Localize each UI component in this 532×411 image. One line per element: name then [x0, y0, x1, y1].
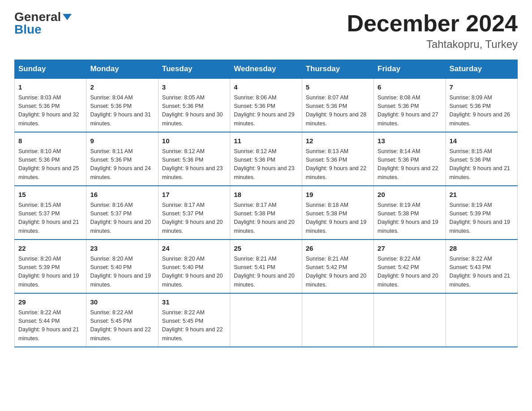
calendar-day-cell: 3Sunrise: 8:05 AMSunset: 5:36 PMDaylight… — [158, 78, 230, 132]
calendar-day-cell: 12Sunrise: 8:13 AMSunset: 5:36 PMDayligh… — [302, 132, 373, 186]
day-info: Sunrise: 8:12 AMSunset: 5:36 PMDaylight:… — [162, 147, 226, 182]
col-thursday: Thursday — [302, 60, 373, 79]
calendar-table: Sunday Monday Tuesday Wednesday Thursday… — [14, 60, 518, 347]
day-info: Sunrise: 8:07 AMSunset: 5:36 PMDaylight:… — [306, 94, 370, 128]
day-number: 19 — [306, 190, 370, 200]
calendar-header-row: Sunday Monday Tuesday Wednesday Thursday… — [15, 60, 518, 79]
day-info: Sunrise: 8:15 AMSunset: 5:37 PMDaylight:… — [18, 201, 82, 236]
col-saturday: Saturday — [446, 60, 517, 79]
day-info: Sunrise: 8:22 AMSunset: 5:45 PMDaylight:… — [90, 308, 154, 343]
col-tuesday: Tuesday — [158, 60, 230, 79]
day-info: Sunrise: 8:21 AMSunset: 5:41 PMDaylight:… — [234, 255, 298, 290]
day-info: Sunrise: 8:22 AMSunset: 5:45 PMDaylight:… — [162, 308, 226, 343]
day-number: 5 — [306, 82, 370, 93]
calendar-day-cell: 7Sunrise: 8:09 AMSunset: 5:36 PMDaylight… — [446, 78, 517, 132]
day-info: Sunrise: 8:21 AMSunset: 5:42 PMDaylight:… — [306, 255, 370, 290]
calendar-day-cell: 9Sunrise: 8:11 AMSunset: 5:36 PMDaylight… — [86, 132, 158, 186]
day-number: 4 — [234, 82, 298, 93]
calendar-day-cell: 4Sunrise: 8:06 AMSunset: 5:36 PMDaylight… — [230, 78, 302, 132]
day-number: 15 — [18, 190, 82, 200]
calendar-day-cell: 24Sunrise: 8:20 AMSunset: 5:40 PMDayligh… — [158, 240, 230, 293]
day-info: Sunrise: 8:20 AMSunset: 5:40 PMDaylight:… — [90, 255, 154, 290]
day-number: 8 — [18, 136, 82, 146]
day-number: 6 — [378, 82, 442, 93]
calendar-day-cell: 22Sunrise: 8:20 AMSunset: 5:39 PMDayligh… — [15, 240, 86, 293]
calendar-week-row: 15Sunrise: 8:15 AMSunset: 5:37 PMDayligh… — [15, 186, 518, 240]
calendar-week-row: 8Sunrise: 8:10 AMSunset: 5:36 PMDaylight… — [15, 132, 518, 186]
day-number: 26 — [306, 244, 370, 254]
col-sunday: Sunday — [15, 60, 86, 79]
day-number: 25 — [234, 244, 298, 254]
day-number: 29 — [18, 297, 82, 308]
calendar-day-cell: 6Sunrise: 8:08 AMSunset: 5:36 PMDaylight… — [374, 78, 446, 132]
page-header: General Blue December 2024 Tahtakopru, T… — [14, 11, 518, 51]
day-info: Sunrise: 8:19 AMSunset: 5:39 PMDaylight:… — [450, 201, 514, 236]
day-number: 21 — [450, 190, 514, 200]
day-info: Sunrise: 8:09 AMSunset: 5:36 PMDaylight:… — [450, 94, 514, 128]
calendar-day-cell — [230, 293, 302, 347]
day-info: Sunrise: 8:14 AMSunset: 5:36 PMDaylight:… — [378, 147, 442, 182]
calendar-day-cell: 25Sunrise: 8:21 AMSunset: 5:41 PMDayligh… — [230, 240, 302, 293]
day-number: 31 — [162, 297, 226, 308]
day-info: Sunrise: 8:17 AMSunset: 5:38 PMDaylight:… — [234, 201, 298, 236]
day-info: Sunrise: 8:17 AMSunset: 5:37 PMDaylight:… — [162, 201, 226, 236]
day-info: Sunrise: 8:22 AMSunset: 5:42 PMDaylight:… — [378, 255, 442, 290]
calendar-day-cell: 17Sunrise: 8:17 AMSunset: 5:37 PMDayligh… — [158, 186, 230, 240]
calendar-day-cell — [446, 293, 517, 347]
calendar-day-cell: 31Sunrise: 8:22 AMSunset: 5:45 PMDayligh… — [158, 293, 230, 347]
day-number: 2 — [90, 82, 154, 93]
day-number: 28 — [450, 244, 514, 254]
logo: General Blue — [14, 11, 72, 36]
calendar-week-row: 29Sunrise: 8:22 AMSunset: 5:44 PMDayligh… — [15, 293, 518, 347]
location-title: Tahtakopru, Turkey — [347, 38, 518, 51]
day-number: 23 — [90, 244, 154, 254]
col-monday: Monday — [86, 60, 158, 79]
calendar-day-cell: 27Sunrise: 8:22 AMSunset: 5:42 PMDayligh… — [374, 240, 446, 293]
day-number: 14 — [450, 136, 514, 146]
day-info: Sunrise: 8:20 AMSunset: 5:40 PMDaylight:… — [162, 255, 226, 290]
day-number: 11 — [234, 136, 298, 146]
calendar-day-cell: 23Sunrise: 8:20 AMSunset: 5:40 PMDayligh… — [86, 240, 158, 293]
month-title: December 2024 — [347, 11, 518, 36]
calendar-day-cell: 18Sunrise: 8:17 AMSunset: 5:38 PMDayligh… — [230, 186, 302, 240]
calendar-day-cell: 1Sunrise: 8:03 AMSunset: 5:36 PMDaylight… — [15, 78, 86, 132]
calendar-day-cell: 14Sunrise: 8:15 AMSunset: 5:36 PMDayligh… — [446, 132, 517, 186]
calendar-day-cell: 30Sunrise: 8:22 AMSunset: 5:45 PMDayligh… — [86, 293, 158, 347]
logo-general-text: General — [14, 11, 61, 23]
title-block: December 2024 Tahtakopru, Turkey — [347, 11, 518, 51]
day-number: 17 — [162, 190, 226, 200]
calendar-day-cell: 19Sunrise: 8:18 AMSunset: 5:38 PMDayligh… — [302, 186, 373, 240]
calendar-day-cell: 21Sunrise: 8:19 AMSunset: 5:39 PMDayligh… — [446, 186, 517, 240]
calendar-day-cell — [302, 293, 373, 347]
calendar-day-cell: 2Sunrise: 8:04 AMSunset: 5:36 PMDaylight… — [86, 78, 158, 132]
col-friday: Friday — [374, 60, 446, 79]
calendar-day-cell: 28Sunrise: 8:22 AMSunset: 5:43 PMDayligh… — [446, 240, 517, 293]
day-info: Sunrise: 8:22 AMSunset: 5:44 PMDaylight:… — [18, 308, 82, 343]
day-info: Sunrise: 8:12 AMSunset: 5:36 PMDaylight:… — [234, 147, 298, 182]
day-number: 27 — [378, 244, 442, 254]
day-info: Sunrise: 8:08 AMSunset: 5:36 PMDaylight:… — [378, 94, 442, 128]
day-info: Sunrise: 8:13 AMSunset: 5:36 PMDaylight:… — [306, 147, 370, 182]
day-info: Sunrise: 8:06 AMSunset: 5:36 PMDaylight:… — [234, 94, 298, 128]
day-number: 1 — [18, 82, 82, 93]
day-info: Sunrise: 8:03 AMSunset: 5:36 PMDaylight:… — [18, 94, 82, 128]
day-info: Sunrise: 8:18 AMSunset: 5:38 PMDaylight:… — [306, 201, 370, 236]
calendar-day-cell: 13Sunrise: 8:14 AMSunset: 5:36 PMDayligh… — [374, 132, 446, 186]
day-info: Sunrise: 8:11 AMSunset: 5:36 PMDaylight:… — [90, 147, 154, 182]
day-info: Sunrise: 8:16 AMSunset: 5:37 PMDaylight:… — [90, 201, 154, 236]
calendar-day-cell: 15Sunrise: 8:15 AMSunset: 5:37 PMDayligh… — [15, 186, 86, 240]
day-number: 9 — [90, 136, 154, 146]
day-number: 10 — [162, 136, 226, 146]
logo-blue-text: Blue — [14, 23, 42, 36]
calendar-day-cell: 11Sunrise: 8:12 AMSunset: 5:36 PMDayligh… — [230, 132, 302, 186]
calendar-day-cell: 16Sunrise: 8:16 AMSunset: 5:37 PMDayligh… — [86, 186, 158, 240]
day-number: 20 — [378, 190, 442, 200]
calendar-week-row: 1Sunrise: 8:03 AMSunset: 5:36 PMDaylight… — [15, 78, 518, 132]
calendar-day-cell: 26Sunrise: 8:21 AMSunset: 5:42 PMDayligh… — [302, 240, 373, 293]
day-number: 12 — [306, 136, 370, 146]
day-number: 30 — [90, 297, 154, 308]
day-info: Sunrise: 8:19 AMSunset: 5:38 PMDaylight:… — [378, 201, 442, 236]
day-info: Sunrise: 8:04 AMSunset: 5:36 PMDaylight:… — [90, 94, 154, 128]
col-wednesday: Wednesday — [230, 60, 302, 79]
calendar-week-row: 22Sunrise: 8:20 AMSunset: 5:39 PMDayligh… — [15, 240, 518, 293]
